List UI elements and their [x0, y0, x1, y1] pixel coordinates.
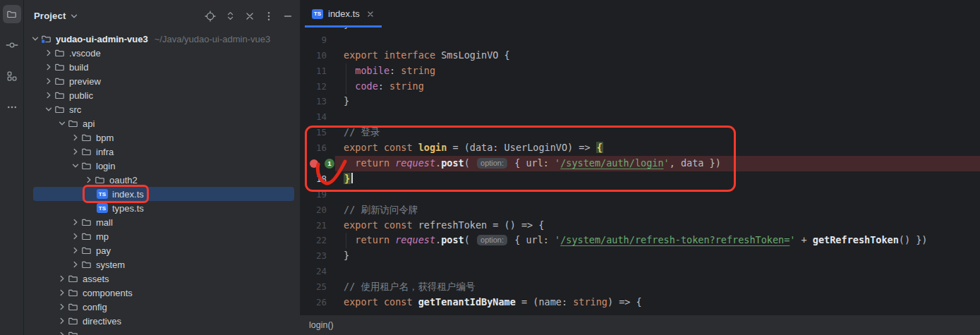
code-text-18[interactable]: } [335, 171, 980, 187]
chevron-right-icon[interactable] [56, 302, 68, 312]
gutter-line-21[interactable]: 21 [300, 218, 335, 233]
tree-item-login[interactable]: login [24, 159, 300, 173]
tree-item-public[interactable]: public [24, 88, 300, 102]
chevron-right-icon[interactable] [43, 76, 54, 86]
tree-item-index-ts[interactable]: TSindex.ts [24, 187, 300, 201]
gutter-line-16[interactable]: 16 [300, 140, 335, 156]
gutter-line-13[interactable]: 13 [300, 94, 335, 109]
tab-index-ts[interactable]: TS index.ts [305, 0, 382, 28]
tree-item-build[interactable]: build [24, 60, 300, 74]
code-text-12[interactable]: code: string [335, 79, 980, 95]
chevron-down-icon[interactable] [30, 34, 41, 44]
hide-panel-button[interactable] [283, 11, 293, 21]
gutter-badge-icon[interactable]: 1 [325, 159, 334, 169]
chevron-right-icon[interactable] [70, 133, 81, 142]
code-text-15[interactable]: // 登录 [335, 125, 980, 140]
tree-item-bpm[interactable]: bpm [24, 130, 300, 145]
code-text-22[interactable]: return request.post( option: { url: '/sy… [335, 233, 980, 248]
gutter-line-24[interactable]: 24 [300, 264, 335, 279]
tree-item-pay[interactable]: pay [24, 243, 300, 257]
tree-item-infra[interactable]: infra [24, 145, 300, 159]
chevron-right-icon[interactable] [70, 147, 81, 157]
close-tab-icon[interactable] [366, 10, 375, 18]
expand-all-button[interactable] [225, 11, 236, 21]
tree-item-mall[interactable]: mall [24, 215, 300, 229]
inlay-hint-option[interactable]: option: [477, 158, 507, 169]
gutter-line-8[interactable]: 8 [300, 28, 335, 32]
inlay-hint-option[interactable]: option: [477, 235, 507, 245]
gutter-line-14[interactable]: 14 [300, 109, 335, 125]
tree-item-config[interactable]: config [24, 300, 300, 314]
tree-item-system[interactable]: system [24, 257, 300, 272]
code-text-25[interactable]: // 使用租户名，获得租户编号 [335, 279, 980, 295]
tree-item--vscode[interactable]: .vscode [24, 46, 300, 60]
tree-item-src[interactable]: src [24, 102, 300, 116]
gutter-line-10[interactable]: 10 [300, 48, 335, 63]
code-text-17[interactable]: return request.post( option: { url: '/sy… [335, 156, 980, 171]
code-text-16[interactable]: export const login = (data: UserLoginVO)… [335, 140, 980, 156]
gutter-line-19[interactable]: 19 [300, 187, 335, 202]
gutter-line-15[interactable]: 15 [300, 125, 335, 140]
gutter-line-18[interactable]: 18 [300, 171, 335, 187]
gutter-line-25[interactable]: 25 [300, 279, 335, 295]
collapse-all-button[interactable] [245, 11, 255, 21]
chevron-right-icon[interactable] [43, 62, 54, 72]
code-text-23[interactable]: } [335, 248, 980, 264]
breakpoint-icon[interactable] [310, 159, 318, 168]
code-text-13[interactable]: } [335, 94, 980, 109]
chevron-right-icon[interactable] [70, 260, 81, 269]
tree-item-components[interactable]: components [24, 286, 300, 300]
panel-options-button[interactable] [264, 11, 274, 22]
gutter-line-23[interactable]: 23 [300, 248, 335, 264]
tree-item-directives[interactable]: directives [24, 314, 300, 328]
chevron-right-icon[interactable] [56, 288, 68, 298]
code-editor[interactable]: 8}910export interface SmsLoginVO {11 mob… [300, 28, 980, 315]
select-opened-file-button[interactable] [205, 11, 216, 22]
commit-tool-button[interactable] [3, 36, 21, 54]
chevron-right-icon[interactable] [70, 217, 81, 227]
code-text-19[interactable] [335, 187, 980, 202]
tree-item-mp[interactable]: mp [24, 229, 300, 243]
chevron-right-icon[interactable] [43, 90, 54, 100]
code-text-11[interactable]: mobile: string [335, 63, 980, 79]
code-text-24[interactable] [335, 264, 980, 279]
gutter-line-11[interactable]: 11 [300, 63, 335, 79]
chevron-down-icon[interactable] [70, 161, 81, 171]
tree-item-preview[interactable]: preview [24, 74, 300, 88]
tree-item-yudao-ui-admin-vue3[interactable]: yudao-ui-admin-vue3~/Java/yudao-ui-admin… [24, 32, 300, 46]
more-tools-button[interactable] [3, 98, 21, 116]
gutter-line-22[interactable]: 22 [300, 233, 335, 248]
chevron-down-icon[interactable] [43, 104, 54, 114]
chevron-right-icon[interactable] [56, 330, 68, 335]
breadcrumb-scope[interactable]: login() [309, 320, 334, 330]
code-text-8[interactable]: } [335, 28, 980, 32]
code-text-26[interactable]: export const getTenantIdByName = (name: … [335, 295, 980, 310]
folder-icon [81, 245, 92, 255]
chevron-down-icon[interactable] [69, 11, 79, 21]
gutter-line-9[interactable]: 9 [300, 32, 335, 48]
chevron-right-icon[interactable] [56, 316, 68, 326]
tree-item-partial[interactable] [24, 328, 300, 335]
chevron-right-icon[interactable] [70, 245, 81, 255]
structure-tool-button[interactable] [3, 67, 21, 85]
tree-item-assets[interactable]: assets [24, 272, 300, 286]
gutter-line-12[interactable]: 12 [300, 79, 335, 95]
tree-item-oauth2[interactable]: oauth2 [24, 173, 300, 187]
chevron-right-icon[interactable] [56, 274, 68, 284]
gutter-line-20[interactable]: 20 [300, 202, 335, 218]
code-text-14[interactable] [335, 109, 980, 125]
tree-item-types-ts[interactable]: TStypes.ts [24, 201, 300, 215]
tree-item-api[interactable]: api [24, 116, 300, 130]
code-text-10[interactable]: export interface SmsLoginVO { [335, 48, 980, 63]
gutter-line-26[interactable]: 26 [300, 295, 335, 310]
chevron-down-icon[interactable] [56, 118, 68, 128]
project-tool-button[interactable] [3, 5, 21, 23]
chevron-right-icon[interactable] [70, 231, 81, 241]
breadcrumb-bar[interactable]: login() [300, 315, 980, 335]
chevron-right-icon[interactable] [43, 48, 54, 58]
gutter-line-17[interactable]: 1 [300, 156, 335, 171]
chevron-right-icon[interactable] [83, 175, 95, 185]
code-text-20[interactable]: // 刷新访问令牌 [335, 202, 980, 218]
code-text-21[interactable]: export const refreshToken = () => { [335, 218, 980, 233]
code-text-9[interactable] [335, 32, 980, 48]
